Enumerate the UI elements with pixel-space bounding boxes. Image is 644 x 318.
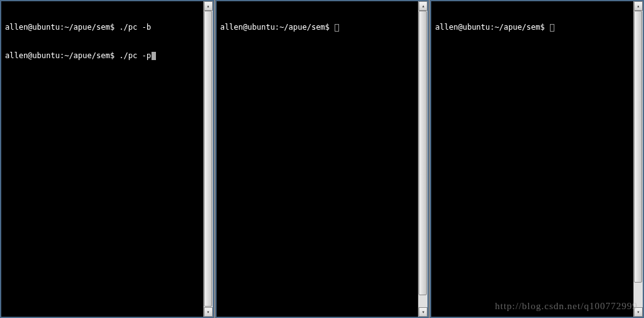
terminal-line: allen@ubuntu:~/apue/sem$ [435,23,629,32]
terminal-content-3[interactable]: allen@ubuntu:~/apue/sem$ [431,1,633,317]
cursor-icon [335,24,339,32]
shell-prompt: allen@ubuntu:~/apue/sem$ [5,51,119,60]
vertical-scrollbar[interactable]: ▴ ▾ [203,1,213,317]
scroll-thumb[interactable] [419,11,427,295]
terminal-content-2[interactable]: allen@ubuntu:~/apue/sem$ [217,1,419,317]
scroll-thumb[interactable] [634,11,642,283]
triangle-up-icon: ▴ [637,3,640,9]
cursor-icon [550,24,554,32]
shell-command: ./pc -b [119,23,152,32]
scroll-up-button[interactable]: ▴ [634,1,643,11]
cursor-icon [152,52,156,60]
terminal-window-3: allen@ubuntu:~/apue/sem$ ▴ ▾ [430,0,644,318]
shell-command: ./pc -p [119,51,152,60]
scroll-down-button[interactable]: ▾ [419,307,427,317]
scroll-track[interactable] [634,11,643,307]
triangle-down-icon: ▾ [206,309,210,315]
scroll-up-button[interactable]: ▴ [204,1,213,11]
triangle-up-icon: ▴ [422,3,425,9]
terminal-line: allen@ubuntu:~/apue/sem$ [220,23,415,32]
terminal-window-2: allen@ubuntu:~/apue/sem$ ▴ ▾ [215,0,429,318]
scroll-up-button[interactable]: ▴ [419,1,427,11]
triangle-up-icon: ▴ [206,3,210,9]
shell-prompt: allen@ubuntu:~/apue/sem$ [5,23,119,32]
terminal-line: allen@ubuntu:~/apue/sem$ ./pc -b [5,23,200,32]
scroll-down-button[interactable]: ▾ [634,307,643,317]
vertical-scrollbar[interactable]: ▴ ▾ [418,1,427,317]
scroll-track[interactable] [419,11,427,307]
vertical-scrollbar[interactable]: ▴ ▾ [633,1,643,317]
shell-prompt: allen@ubuntu:~/apue/sem$ [435,23,549,32]
scroll-thumb[interactable] [204,11,212,307]
triangle-down-icon: ▾ [637,309,640,315]
terminal-line: allen@ubuntu:~/apue/sem$ ./pc -p [5,51,200,61]
shell-prompt: allen@ubuntu:~/apue/sem$ [220,23,335,32]
triangle-down-icon: ▾ [422,309,425,315]
terminal-window-1: allen@ubuntu:~/apue/sem$ ./pc -b allen@u… [0,0,214,318]
scroll-down-button[interactable]: ▾ [204,307,213,317]
scroll-track[interactable] [204,11,213,307]
terminal-content-1[interactable]: allen@ubuntu:~/apue/sem$ ./pc -b allen@u… [1,1,203,317]
